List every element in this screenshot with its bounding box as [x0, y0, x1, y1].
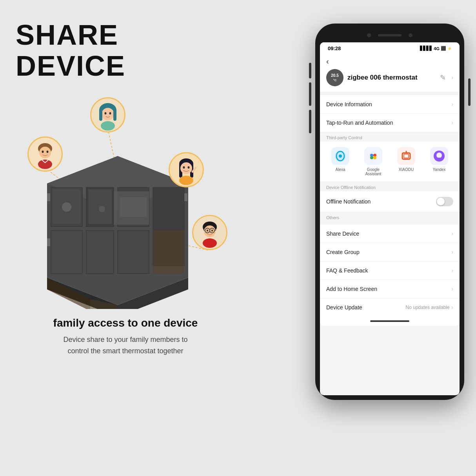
- svg-rect-11: [118, 231, 149, 274]
- faq-feedback-item[interactable]: FAQ & Feedback ›: [320, 262, 460, 280]
- svg-point-55: [211, 230, 213, 232]
- device-update-item[interactable]: Device Update No updates available ›: [320, 298, 460, 316]
- alexa-label: Alexa: [335, 167, 345, 172]
- alexa-icon: [331, 147, 349, 165]
- update-status: No updates available: [406, 305, 450, 310]
- svg-rect-21: [184, 193, 187, 201]
- device-name-label: zigbee 006 thermostat: [347, 74, 436, 82]
- automation-label: Tap-to-Run and Automation: [326, 120, 393, 126]
- svg-rect-13: [53, 189, 80, 224]
- xiaodu-label: XIAODU: [399, 167, 414, 172]
- edit-button[interactable]: ✎: [440, 73, 446, 82]
- svg-point-42: [180, 162, 192, 174]
- svg-point-64: [373, 156, 376, 159]
- device-update-label: Device Update: [326, 304, 362, 311]
- svg-point-33: [101, 121, 115, 131]
- svg-marker-22: [47, 278, 118, 309]
- front-camera: [367, 33, 371, 37]
- offline-toggle[interactable]: [436, 197, 453, 206]
- svg-marker-26: [90, 299, 118, 309]
- create-group-item[interactable]: Create Group ›: [320, 243, 460, 262]
- google-assistant-icon: [364, 147, 382, 165]
- device-header-chevron: ›: [451, 74, 453, 81]
- speaker: [378, 34, 402, 36]
- menu-section-main: Device Information › Tap-to-Run and Auto…: [320, 95, 460, 132]
- device-info-label: Device Information: [326, 101, 372, 107]
- svg-rect-7: [51, 231, 82, 274]
- add-home-screen-label: Add to Home Screen: [326, 286, 377, 292]
- volume-down-button: [309, 82, 311, 106]
- back-button[interactable]: ‹: [326, 57, 453, 66]
- svg-marker-4: [47, 156, 188, 305]
- page-title: SHARE DEVICE: [16, 20, 235, 82]
- share-device-chevron: ›: [451, 230, 453, 237]
- device-info-chevron: ›: [451, 101, 453, 108]
- svg-marker-25: [47, 278, 90, 309]
- illustration-area: [16, 89, 235, 309]
- power-button: [468, 78, 471, 106]
- svg-rect-8: [86, 187, 114, 227]
- svg-point-17: [99, 206, 105, 212]
- svg-line-0: [108, 129, 125, 211]
- update-right: No updates available ›: [406, 304, 453, 311]
- left-panel: SHARE DEVICE: [16, 20, 235, 357]
- description: Device share to your family members toco…: [16, 334, 235, 357]
- automation-chevron: ›: [451, 119, 453, 126]
- svg-line-1: [45, 168, 106, 215]
- update-chevron: ›: [451, 304, 453, 311]
- svg-point-46: [179, 176, 193, 185]
- avatar-2: [27, 136, 63, 172]
- svg-point-43: [183, 166, 185, 169]
- svg-rect-18: [120, 197, 147, 217]
- xiaodu-item[interactable]: XIAODU: [390, 147, 423, 176]
- svg-rect-6: [51, 187, 82, 227]
- svg-marker-23: [118, 278, 188, 309]
- third-party-grid: Alexa GoogleAssistant: [320, 142, 460, 182]
- home-bar: [370, 320, 409, 322]
- phone-screen: 09:28 ▋▋▋▋ 4G ⬛ ⚡ ‹ 20.5°C zigbee 006 th…: [320, 42, 460, 395]
- alexa-item[interactable]: Alexa: [324, 147, 357, 176]
- status-bar: 09:28 ▋▋▋▋ 4G ⬛ ⚡: [320, 42, 460, 53]
- others-section: Share Device › Create Group › FAQ & Feed…: [320, 225, 460, 316]
- google-assistant-label: GoogleAssistant: [365, 167, 382, 176]
- svg-point-37: [47, 151, 49, 153]
- svg-rect-19: [47, 193, 50, 201]
- yandex-item[interactable]: Yandex: [423, 147, 456, 176]
- status-time: 09:28: [328, 45, 341, 51]
- create-group-chevron: ›: [451, 249, 453, 256]
- create-group-label: Create Group: [326, 249, 360, 255]
- svg-point-38: [38, 160, 52, 169]
- menu-item-automation[interactable]: Tap-to-Run and Automation ›: [320, 114, 460, 132]
- svg-rect-66: [404, 154, 409, 158]
- avatar-3: [169, 152, 204, 187]
- offline-notification-label: Offline Notification: [326, 198, 371, 205]
- svg-line-52: [203, 230, 205, 231]
- svg-rect-14: [88, 189, 112, 224]
- phone-frame: 09:28 ▋▋▋▋ 4G ⬛ ⚡ ‹ 20.5°C zigbee 006 th…: [315, 24, 464, 400]
- svg-point-32: [109, 112, 111, 114]
- yandex-label: Yandex: [432, 167, 445, 172]
- offline-notification-header: Device Offline Notification: [320, 182, 460, 191]
- add-home-screen-item[interactable]: Add to Home Screen ›: [320, 280, 460, 298]
- charging-icon: ⚡: [447, 47, 452, 51]
- silent-button: [309, 110, 311, 133]
- google-assistant-item[interactable]: GoogleAssistant: [357, 147, 390, 176]
- share-device-item[interactable]: Share Device ›: [320, 225, 460, 243]
- share-device-label: Share Device: [326, 231, 359, 237]
- illustration-svg: [16, 89, 235, 309]
- phone-wrapper: 09:28 ▋▋▋▋ 4G ⬛ ⚡ ‹ 20.5°C zigbee 006 th…: [315, 24, 464, 400]
- sensor: [409, 33, 412, 37]
- offline-notification-item: Offline Notification: [320, 191, 460, 212]
- svg-rect-20: [47, 238, 50, 246]
- battery-icon: ⬛: [441, 46, 446, 51]
- svg-point-44: [188, 166, 190, 169]
- menu-item-device-info[interactable]: Device Information ›: [320, 95, 460, 114]
- home-indicator[interactable]: [320, 316, 460, 326]
- add-home-chevron: ›: [451, 285, 453, 293]
- svg-point-16: [62, 202, 71, 212]
- svg-rect-12: [153, 187, 184, 266]
- device-row: 20.5°C zigbee 006 thermostat ✎ ›: [326, 69, 453, 86]
- subtitle: family access to one device: [16, 317, 235, 329]
- svg-marker-5: [47, 156, 188, 211]
- app-header: ‹ 20.5°C zigbee 006 thermostat ✎ ›: [320, 53, 460, 92]
